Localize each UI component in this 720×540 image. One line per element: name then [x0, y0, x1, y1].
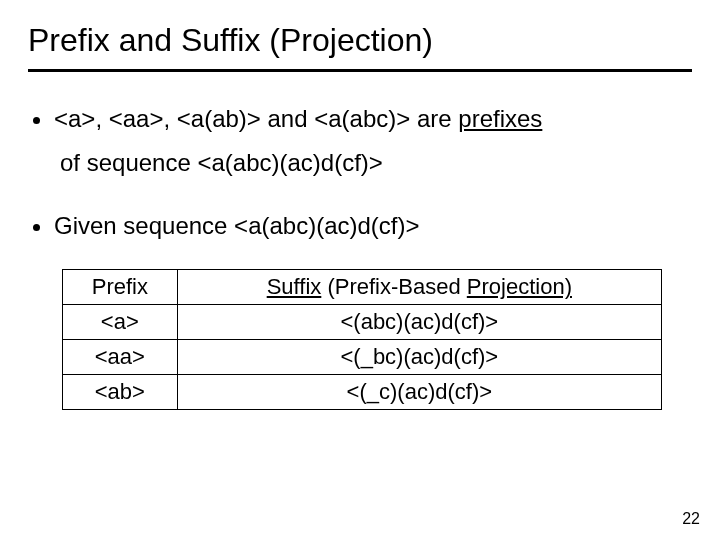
title-underline — [28, 69, 692, 72]
slide-title: Prefix and Suffix (Projection) — [28, 22, 692, 59]
header-suffix-word: Suffix — [267, 274, 322, 299]
header-suffix-mid: (Prefix-Based — [321, 274, 467, 299]
slide: Prefix and Suffix (Projection) <a>, <aa>… — [0, 0, 720, 540]
bullet1-line2: of sequence <a(abc)(ac)d(cf)> — [54, 144, 692, 182]
page-number: 22 — [682, 510, 700, 528]
table-row: <ab> <(_c)(ac)d(cf)> — [63, 375, 662, 410]
table-row: <a> <(abc)(ac)d(cf)> — [63, 305, 662, 340]
cell-suffix-2: <(_c)(ac)d(cf)> — [177, 375, 661, 410]
header-projection-word: Projection) — [467, 274, 572, 299]
bullet-item-1: <a>, <aa>, <a(ab)> and <a(abc)> are pref… — [54, 100, 692, 183]
bullet1-text-pre: <a>, <aa>, <a(ab)> and <a(abc)> are — [54, 105, 458, 132]
cell-prefix-1: <aa> — [63, 340, 178, 375]
bullet1-underlined: prefixes — [458, 105, 542, 132]
table-header-prefix: Prefix — [63, 270, 178, 305]
bullet-item-2: Given sequence <a(abc)(ac)d(cf)> — [54, 207, 692, 245]
table-header-suffix: Suffix (Prefix-Based Projection) — [177, 270, 661, 305]
projection-table: Prefix Suffix (Prefix-Based Projection) … — [62, 269, 662, 410]
cell-prefix-2: <ab> — [63, 375, 178, 410]
cell-prefix-0: <a> — [63, 305, 178, 340]
bullet-list: <a>, <aa>, <a(ab)> and <a(abc)> are pref… — [28, 100, 692, 245]
table-header-row: Prefix Suffix (Prefix-Based Projection) — [63, 270, 662, 305]
cell-suffix-1: <(_bc)(ac)d(cf)> — [177, 340, 661, 375]
table-row: <aa> <(_bc)(ac)d(cf)> — [63, 340, 662, 375]
cell-suffix-0: <(abc)(ac)d(cf)> — [177, 305, 661, 340]
